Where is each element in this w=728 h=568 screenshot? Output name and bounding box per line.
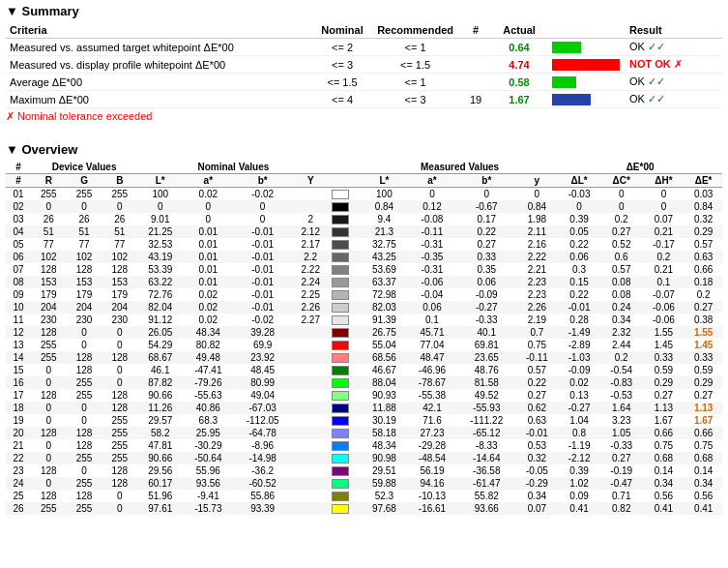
- overview-row: 05 77 77 77 32.53 0.01 -0.01 2.17 32.75 …: [6, 238, 722, 251]
- col-dC: -0.53: [600, 389, 643, 402]
- col-G: 128: [67, 490, 102, 502]
- col-dE: 0.14: [684, 464, 722, 477]
- col-dE: 0.33: [684, 351, 722, 364]
- col-nY: [292, 326, 330, 339]
- col-dC: -0.47: [600, 477, 643, 490]
- col-nb: -14.98: [233, 452, 292, 464]
- col-dL: 0.15: [558, 276, 600, 288]
- col-nb: -67.03: [233, 402, 292, 414]
- color-swatch: [332, 202, 349, 212]
- col-nL: 32.53: [137, 238, 183, 251]
- col-mb: -0.09: [457, 288, 516, 301]
- col-R: 255: [31, 351, 67, 364]
- color-swatch: [332, 315, 349, 325]
- col-mb: 48.76: [457, 364, 516, 376]
- col-R: 230: [31, 314, 67, 326]
- col-my: 2.26: [516, 301, 559, 314]
- summary-result: OK ✓✓: [626, 74, 722, 91]
- col-nb: -60.52: [233, 477, 292, 490]
- col-swatch: [330, 364, 362, 376]
- col-my: 2.23: [516, 288, 559, 301]
- col-dL: -1.03: [558, 351, 600, 364]
- col-nY: 2.27: [292, 314, 330, 326]
- col-na: 0.01: [183, 225, 233, 238]
- col-ma: -0.31: [407, 238, 457, 251]
- col-swatch: [330, 464, 362, 477]
- col-nb: -0.01: [233, 225, 292, 238]
- col-dH: 0.27: [643, 389, 685, 402]
- col-swatch: [330, 490, 362, 502]
- col-B: 77: [102, 238, 137, 251]
- overview-row: 06 102 102 102 43.19 0.01 -0.01 2.2 43.2…: [6, 251, 722, 263]
- col-R: 77: [31, 238, 67, 251]
- col-nL: 21.25: [137, 225, 183, 238]
- col-dL: -2.89: [558, 339, 600, 351]
- col-dH: 0.21: [643, 263, 685, 276]
- col-nY: [292, 389, 330, 402]
- col-dC: 0.24: [600, 301, 643, 314]
- col-mL: 90.93: [362, 389, 407, 402]
- col-nb: -112.05: [233, 414, 292, 427]
- col-dE: 0.84: [684, 200, 722, 213]
- col-nb: -0.01: [233, 251, 292, 263]
- col-mb: 0.27: [457, 238, 516, 251]
- col-dL: 1.04: [558, 414, 600, 427]
- col-nL: 29.56: [137, 464, 183, 477]
- col-G: 204: [67, 301, 102, 314]
- summary-hash: [461, 74, 490, 91]
- col-nb: 0: [233, 213, 292, 225]
- col-my: -0.01: [516, 427, 559, 439]
- col-dL: -0.09: [558, 364, 600, 376]
- col-dL: 0.02: [558, 376, 600, 389]
- color-swatch: [332, 378, 349, 388]
- col-my: -0.29: [516, 477, 559, 490]
- col-dC: 0.52: [600, 238, 643, 251]
- col-dC: 0.27: [600, 225, 643, 238]
- col-swatch: [330, 200, 362, 213]
- col-num: 19: [6, 414, 31, 427]
- col-num: 14: [6, 351, 31, 364]
- summary-hash: [461, 39, 490, 56]
- col-nY: [292, 364, 330, 376]
- col-num: 23: [6, 464, 31, 477]
- col-dH: 0: [643, 200, 685, 213]
- col-G: 0: [67, 414, 102, 427]
- col-num: 21: [6, 439, 31, 452]
- overview-row: 18 0 0 128 11.26 40.86 -67.03 11.88 42.1…: [6, 402, 722, 414]
- col-ma: 42.1: [407, 402, 457, 414]
- col-nb: -0.01: [233, 263, 292, 276]
- col-nb: 55.86: [233, 490, 292, 502]
- summary-result: OK ✓✓: [626, 91, 722, 108]
- col-swatch: [330, 276, 362, 288]
- col-mb: 0.06: [457, 276, 516, 288]
- col-swatch: [330, 427, 362, 439]
- summary-nominal: <= 1.5: [315, 74, 369, 91]
- col-nY: 2.12: [292, 225, 330, 238]
- col-R: 26: [31, 213, 67, 225]
- col-mL: 53.69: [362, 263, 407, 276]
- th-measured-group: Measured Values: [362, 161, 558, 174]
- col-my: 0.32: [516, 452, 559, 464]
- col-G: 128: [67, 427, 102, 439]
- col-nb: 93.39: [233, 502, 292, 515]
- th-nL: L*: [137, 174, 183, 188]
- col-nb: 0: [233, 200, 292, 213]
- col-nL: 11.26: [137, 402, 183, 414]
- col-dE: 1.55: [684, 326, 722, 339]
- col-ma: 0: [407, 188, 457, 201]
- col-my: 2.21: [516, 263, 559, 276]
- overview-row: 16 0 255 0 87.82 -79.26 80.99 88.04 -78.…: [6, 376, 722, 389]
- col-mb: 40.1: [457, 326, 516, 339]
- th-mL: L*: [362, 174, 407, 188]
- col-G: 255: [67, 188, 102, 201]
- summary-criteria: Measured vs. display profile whitepoint …: [6, 56, 315, 74]
- color-swatch: [332, 303, 349, 313]
- col-ma: -46.96: [407, 364, 457, 376]
- col-nY: [292, 376, 330, 389]
- color-swatch: [332, 404, 349, 413]
- col-nL: 90.66: [137, 452, 183, 464]
- col-ma: -0.06: [407, 276, 457, 288]
- col-swatch: [330, 351, 362, 364]
- col-na: -50.64: [183, 452, 233, 464]
- col-mL: 29.51: [362, 464, 407, 477]
